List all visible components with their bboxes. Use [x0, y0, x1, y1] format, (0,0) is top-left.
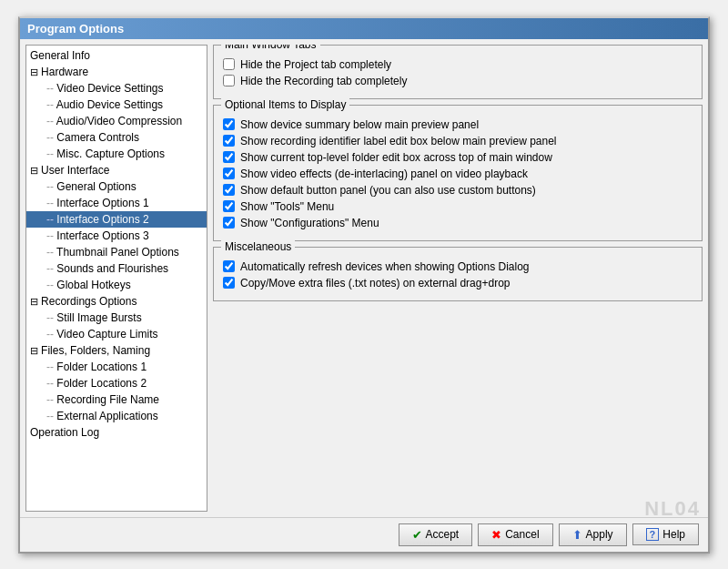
help-button[interactable]: ? Help: [632, 523, 699, 545]
cancel-label: Cancel: [505, 528, 539, 541]
sidebar-item-audio-video-compression[interactable]: Audio/Video Compression: [26, 113, 207, 129]
checkbox-show-device-summary[interactable]: [223, 118, 235, 130]
checkbox-show-configurations-menu[interactable]: [223, 217, 235, 229]
sidebar-item-camera-controls[interactable]: Camera Controls: [26, 129, 207, 146]
accept-button[interactable]: ✔ Accept: [399, 523, 473, 546]
checkbox-label-auto-refresh-devices: Automatically refresh devices when showi…: [240, 260, 530, 273]
sidebar-item-general-options[interactable]: General Options: [26, 178, 207, 195]
accept-label: Accept: [426, 528, 460, 541]
checkbox-row-hide-recording-tab: Hide the Recording tab completely: [223, 73, 693, 89]
checkbox-label-hide-recording-tab: Hide the Recording tab completely: [240, 75, 407, 87]
sidebar-item-misc-capture-options[interactable]: Misc. Capture Options: [26, 146, 207, 162]
checkbox-row-show-top-level-folder: Show current top-level folder edit box a…: [223, 149, 693, 166]
dialog-footer: ✔ Accept ✖ Cancel ⬆ Apply ? Help: [20, 517, 708, 552]
checkbox-label-show-recording-identifier: Show recording identifier label edit box…: [240, 135, 557, 147]
sidebar-item-files-folders-naming[interactable]: Files, Folders, Naming: [26, 342, 207, 359]
sidebar-item-audio-device-settings[interactable]: Audio Device Settings: [26, 97, 207, 113]
checkbox-row-copy-move-extra-files: Copy/Move extra files (.txt notes) on ex…: [223, 275, 693, 291]
sidebar-item-video-device-settings[interactable]: Video Device Settings: [26, 80, 207, 97]
sidebar-item-interface-options-3[interactable]: Interface Options 3: [26, 228, 207, 244]
sidebar-item-thumbnail-panel-options[interactable]: Thumbnail Panel Options: [26, 244, 207, 260]
optional-items-content: Show device summary below main preview p…: [223, 117, 693, 231]
checkbox-copy-move-extra-files[interactable]: [223, 277, 235, 289]
checkbox-row-show-device-summary: Show device summary below main preview p…: [223, 117, 693, 133]
checkbox-show-video-effects[interactable]: [223, 168, 235, 179]
accept-icon: ✔: [412, 528, 422, 542]
checkbox-hide-project-tab[interactable]: [223, 58, 235, 70]
checkbox-row-show-video-effects: Show video effects (de-interlacing) pane…: [223, 166, 693, 182]
sidebar-item-interface-options-1[interactable]: Interface Options 1: [26, 195, 207, 211]
miscellaneous-title: Miscelaneous: [221, 240, 295, 253]
help-label: Help: [662, 528, 685, 541]
apply-label: Apply: [586, 528, 613, 541]
main-window-tabs-content: Hide the Project tab completelyHide the …: [223, 56, 693, 89]
sidebar-item-recordings-options[interactable]: Recordings Options: [26, 293, 207, 310]
checkbox-row-show-default-button: Show default button panel (you can also …: [223, 182, 693, 198]
dialog-title: Program Options: [20, 18, 708, 39]
sidebar-item-hardware[interactable]: Hardware: [26, 64, 207, 80]
checkbox-row-show-recording-identifier: Show recording identifier label edit box…: [223, 133, 693, 149]
miscellaneous-group: Miscelaneous Automatically refresh devic…: [213, 247, 703, 301]
sidebar-item-interface-options-2[interactable]: Interface Options 2: [26, 211, 207, 228]
main-window-tabs-title: Main Window Tabs: [221, 45, 320, 51]
main-window-tabs-group: Main Window Tabs Hide the Project tab co…: [213, 45, 703, 99]
checkbox-label-show-video-effects: Show video effects (de-interlacing) pane…: [240, 168, 528, 180]
checkbox-auto-refresh-devices[interactable]: [223, 260, 235, 272]
checkbox-label-hide-project-tab: Hide the Project tab completely: [240, 58, 391, 71]
checkbox-label-show-tools-menu: Show "Tools" Menu: [240, 200, 334, 213]
optional-items-title: Optional Items to Display: [221, 98, 349, 111]
program-options-dialog: Program Options General InfoHardwareVide…: [18, 16, 710, 554]
checkbox-label-show-default-button: Show default button panel (you can also …: [240, 184, 536, 197]
sidebar: General InfoHardwareVideo Device Setting…: [25, 45, 207, 512]
checkbox-show-default-button[interactable]: [223, 184, 235, 196]
sidebar-item-global-hotkeys[interactable]: Global Hotkeys: [26, 277, 207, 293]
apply-icon: ⬆: [572, 528, 582, 542]
checkbox-hide-recording-tab[interactable]: [223, 75, 235, 86]
checkbox-label-show-configurations-menu: Show "Configurations" Menu: [240, 217, 379, 229]
content-area: Main Window Tabs Hide the Project tab co…: [213, 45, 703, 512]
help-icon: ?: [646, 528, 660, 541]
cancel-button[interactable]: ✖ Cancel: [478, 523, 552, 546]
checkbox-show-tools-menu[interactable]: [223, 200, 235, 212]
checkbox-show-recording-identifier[interactable]: [223, 135, 235, 147]
checkbox-row-show-configurations-menu: Show "Configurations" Menu: [223, 215, 693, 231]
miscellaneous-content: Automatically refresh devices when showi…: [223, 259, 693, 291]
cancel-icon: ✖: [491, 528, 501, 542]
sidebar-item-external-applications[interactable]: External Applications: [26, 408, 207, 424]
optional-items-group: Optional Items to Display Show device su…: [213, 105, 703, 241]
checkbox-row-show-tools-menu: Show "Tools" Menu: [223, 198, 693, 215]
checkbox-label-show-device-summary: Show device summary below main preview p…: [240, 118, 479, 131]
checkbox-label-copy-move-extra-files: Copy/Move extra files (.txt notes) on ex…: [240, 277, 510, 290]
checkbox-row-hide-project-tab: Hide the Project tab completely: [223, 56, 693, 73]
sidebar-item-user-interface[interactable]: User Interface: [26, 162, 207, 178]
checkbox-show-top-level-folder[interactable]: [223, 151, 235, 163]
checkbox-label-show-top-level-folder: Show current top-level folder edit box a…: [240, 151, 552, 164]
sidebar-item-video-capture-limits[interactable]: Video Capture Limits: [26, 326, 207, 342]
apply-button[interactable]: ⬆ Apply: [559, 523, 627, 546]
sidebar-item-sounds-and-flourishes[interactable]: Sounds and Flourishes: [26, 260, 207, 277]
sidebar-item-folder-locations-2[interactable]: Folder Locations 2: [26, 375, 207, 391]
sidebar-item-still-image-bursts[interactable]: Still Image Bursts: [26, 310, 207, 326]
sidebar-item-folder-locations-1[interactable]: Folder Locations 1: [26, 359, 207, 375]
sidebar-item-recording-file-name[interactable]: Recording File Name: [26, 391, 207, 408]
sidebar-item-operation-log[interactable]: Operation Log: [26, 424, 207, 441]
sidebar-item-general-info[interactable]: General Info: [26, 47, 207, 64]
checkbox-row-auto-refresh-devices: Automatically refresh devices when showi…: [223, 259, 693, 275]
